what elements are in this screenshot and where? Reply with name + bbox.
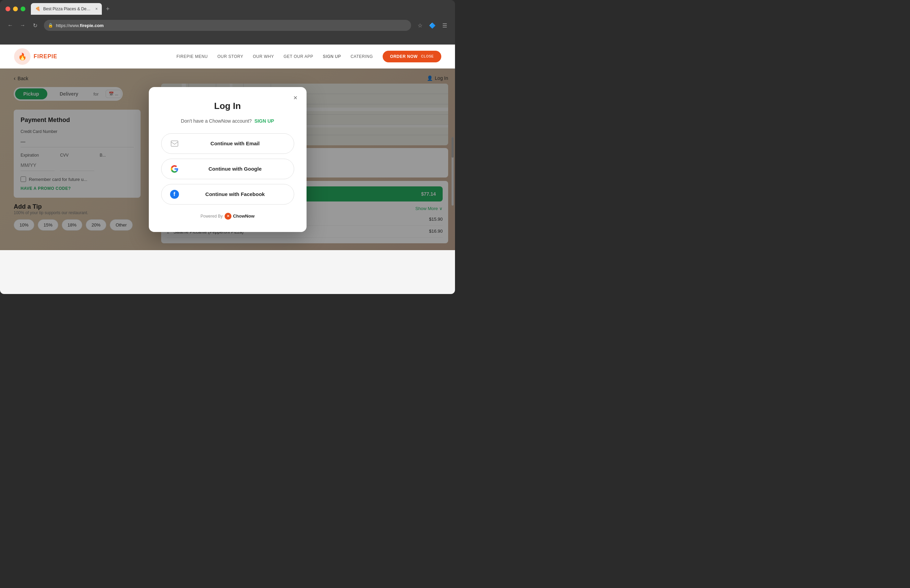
facebook-f-icon: f bbox=[170, 190, 179, 199]
address-bar[interactable]: 🔒 https://www.firepie.com bbox=[44, 20, 411, 31]
minimize-window-btn[interactable] bbox=[13, 6, 18, 11]
maximize-window-btn[interactable] bbox=[21, 6, 25, 11]
bitwarden-icon[interactable]: 🔷 bbox=[427, 21, 437, 30]
modal-subtitle-text: Don't have a ChowNow account? bbox=[181, 118, 252, 124]
traffic-lights bbox=[5, 6, 25, 11]
close-order-icon: CLOSE bbox=[421, 55, 434, 58]
site-nav: 🔥 FIREPIE FIREPIE MENU OUR STORY OUR WHY… bbox=[0, 45, 455, 68]
logo-text: FIREPIE bbox=[34, 53, 57, 60]
email-btn-label: Continue with Email bbox=[185, 141, 286, 146]
continue-google-button[interactable]: Continue with Google bbox=[161, 159, 294, 179]
new-tab-button[interactable]: + bbox=[103, 4, 112, 14]
reload-button[interactable]: ↻ bbox=[30, 21, 40, 30]
address-bar-row: ← → ↻ 🔒 https://www.firepie.com ☆ 🔷 ☰ bbox=[0, 18, 455, 33]
url-display: https://www.firepie.com bbox=[56, 23, 407, 28]
nav-signup[interactable]: SIGN UP bbox=[323, 54, 341, 59]
star-icon[interactable]: ☆ bbox=[415, 21, 425, 30]
nav-our-story[interactable]: OUR STORY bbox=[217, 54, 243, 59]
google-btn-label: Continue with Google bbox=[185, 166, 286, 172]
nav-catering[interactable]: CATERING bbox=[350, 54, 373, 59]
title-bar: 🍕 Best Pizza Places & Delivery in S × + bbox=[0, 0, 455, 18]
tab-bar: 🍕 Best Pizza Places & Delivery in S × + bbox=[31, 3, 450, 15]
modal-signup-link[interactable]: SIGN UP bbox=[254, 118, 274, 124]
google-icon bbox=[170, 164, 179, 174]
chownow-label: ChowNow bbox=[233, 213, 254, 219]
tab-title: Best Pizza Places & Delivery in S bbox=[43, 6, 91, 11]
facebook-icon: f bbox=[170, 189, 179, 199]
modal-overlay[interactable]: × Log In Don't have a ChowNow account? S… bbox=[0, 68, 455, 250]
tab-close-icon[interactable]: × bbox=[96, 6, 98, 11]
svg-text:🔥: 🔥 bbox=[18, 52, 27, 61]
site-content: ‹ Back Pickup Delivery for 📅 ... Payment… bbox=[0, 68, 455, 250]
continue-email-button[interactable]: Continue with Email bbox=[161, 133, 294, 154]
google-svg bbox=[170, 165, 179, 173]
site-logo: 🔥 FIREPIE bbox=[14, 48, 57, 65]
powered-by-label: Powered By bbox=[201, 214, 223, 219]
browser-actions: ☆ 🔷 ☰ bbox=[415, 21, 450, 30]
modal-close-button[interactable]: × bbox=[290, 92, 301, 103]
forward-button[interactable]: → bbox=[18, 21, 28, 30]
menu-icon[interactable]: ☰ bbox=[440, 21, 450, 30]
facebook-btn-label: Continue with Facebook bbox=[185, 191, 286, 197]
logo-icon: 🔥 bbox=[14, 48, 31, 65]
order-now-label: ORDER NOW bbox=[390, 54, 418, 59]
svg-rect-19 bbox=[171, 141, 178, 146]
powered-by: Powered By ✕ ChowNow bbox=[161, 213, 294, 220]
continue-facebook-button[interactable]: f Continue with Facebook bbox=[161, 184, 294, 205]
email-icon bbox=[170, 139, 179, 149]
nav-links: FIREPIE MENU OUR STORY OUR WHY GET OUR A… bbox=[176, 51, 441, 62]
nav-get-app[interactable]: GET OUR APP bbox=[283, 54, 313, 59]
nav-buttons: ← → ↻ bbox=[5, 21, 40, 30]
browser-chrome: 🍕 Best Pizza Places & Delivery in S × + … bbox=[0, 0, 455, 45]
back-button[interactable]: ← bbox=[5, 21, 15, 30]
close-window-btn[interactable] bbox=[5, 6, 10, 11]
login-modal: × Log In Don't have a ChowNow account? S… bbox=[149, 87, 306, 232]
modal-title: Log In bbox=[161, 101, 294, 111]
website: 🔥 FIREPIE FIREPIE MENU OUR STORY OUR WHY… bbox=[0, 45, 455, 294]
tab-favicon: 🍕 bbox=[35, 6, 40, 12]
active-tab[interactable]: 🍕 Best Pizza Places & Delivery in S × bbox=[31, 3, 102, 15]
chownow-logo: ✕ ChowNow bbox=[225, 213, 254, 220]
modal-subtitle: Don't have a ChowNow account? SIGN UP bbox=[161, 118, 294, 124]
email-svg bbox=[170, 139, 179, 148]
chownow-icon: ✕ bbox=[225, 213, 232, 220]
nav-our-why[interactable]: OUR WHY bbox=[253, 54, 274, 59]
nav-firepie-menu[interactable]: FIREPIE MENU bbox=[176, 54, 208, 59]
order-now-button[interactable]: ORDER NOW CLOSE bbox=[383, 51, 441, 62]
security-icon: 🔒 bbox=[48, 23, 53, 28]
